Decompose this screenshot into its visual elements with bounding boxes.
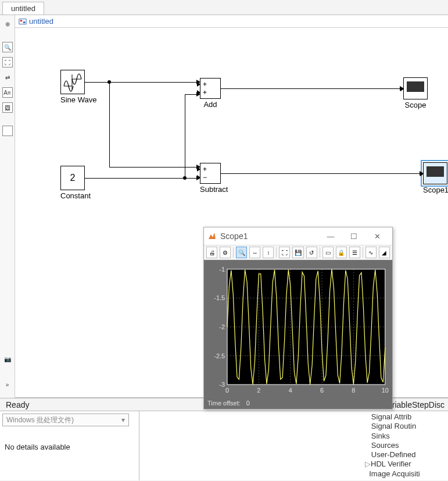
constant-label: Constant [60,191,91,200]
image-icon[interactable]: 🖼 [2,102,13,113]
wire [109,82,196,83]
measure-icon[interactable]: ∿ [365,247,377,258]
sub-port1-label: + [203,165,207,173]
svg-rect-2 [23,22,26,23]
sub-label: Subtract [200,185,228,194]
wire [221,173,420,174]
dropdown-icon[interactable]: ◢ [379,247,390,258]
settings-icon[interactable]: ⚙ [220,247,231,258]
select-signal-icon[interactable]: ☰ [349,247,360,258]
sine-wave-label: Sine Wave [60,95,96,104]
matlab-icon [207,231,217,241]
add-label: Add [200,100,221,109]
svg-text:8: 8 [352,387,355,394]
fit-view-icon[interactable]: ⛶ [2,57,13,67]
svg-text:6: 6 [320,387,324,394]
arrowhead-icon [196,176,200,180]
screenshot-icon[interactable]: 📷 [2,354,13,364]
autoscale-icon[interactable]: ⛶ [279,247,290,258]
wire [109,82,110,167]
restore-icon[interactable]: ↺ [306,247,317,258]
scope-plot[interactable]: -1-1.5-2-2.5-30246810 [204,260,392,397]
scope1-window-title: Scope1 [220,231,319,241]
scope-chart: -1-1.5-2-2.5-30246810 [204,260,392,397]
scope-label: Scope [403,101,428,109]
wire [185,178,196,179]
model-icon [19,17,27,26]
arrowhead-icon [196,92,200,97]
sine-wave-icon [63,72,83,92]
collapse-icon[interactable]: ⊕ [2,19,13,29]
arrowhead-icon [196,165,200,169]
zoom-x-icon[interactable]: ↔ [249,247,260,258]
bottom-mid-panel [139,411,364,480]
sub-port2-label: − [203,173,207,181]
maximize-button[interactable]: ☐ [342,227,365,245]
lib-imgacq[interactable]: Image Acquisiti [365,469,448,479]
file-type-dropdown[interactable]: Windows 批处理文件) ▾ [2,414,129,426]
lib-hdl[interactable]: ▷HDL Verifier [365,459,448,469]
arrows-icon[interactable]: ⇄ [2,72,13,83]
status-ready: Ready [0,400,151,409]
model-tab[interactable]: untitled [2,2,44,15]
svg-text:-2.5: -2.5 [214,352,225,359]
add-port1-label: + [203,80,207,88]
float-icon[interactable]: ▭ [322,247,334,258]
arrowhead-icon [196,80,200,84]
svg-rect-1 [20,20,23,22]
zoom-in-icon[interactable]: 🔍 [2,42,13,52]
model-canvas[interactable]: untitled Sine Wave 2 Constant [15,15,448,398]
svg-text:0: 0 [225,387,229,394]
annotation-icon[interactable]: A≡ [2,87,13,98]
scope-toolbar: 🖨 ⚙ 🔍 ↔ ↕ ⛶ 💾 ↺ ▭ 🔒 ☰ ∿ ◢ [204,245,392,260]
save-config-icon[interactable]: 💾 [292,247,303,258]
add-block[interactable]: + + Add [200,78,221,109]
constant-block[interactable]: 2 Constant [60,166,91,200]
svg-text:10: 10 [382,387,389,394]
editor-row: ⊕ 🔍 ⛶ ⇄ A≡ 🖼 📷 » untitled [0,15,448,398]
minimize-button[interactable]: — [319,227,342,245]
wire [85,178,185,179]
wire [221,88,400,89]
left-toolstrip: ⊕ 🔍 ⛶ ⇄ A≡ 🖼 📷 » [0,15,15,398]
lib-item[interactable]: Signal Routin [365,422,448,431]
zoom-y-icon[interactable]: ↕ [263,247,274,258]
library-tree[interactable]: Signal Attrib Signal Routin Sinks Source… [364,411,448,480]
lib-item[interactable]: Sources [365,441,448,450]
arrowhead-icon [420,171,424,176]
wire [109,167,196,168]
lib-item[interactable]: Sinks [365,432,448,441]
scope1-label: Scope1 [423,186,448,194]
print-icon[interactable]: 🖨 [206,247,217,258]
time-offset-value: 0 [246,400,250,407]
wire [185,94,185,178]
lib-item[interactable]: Signal Attrib [365,412,448,422]
details-label: No details available [5,443,134,451]
scope1-block[interactable]: Scope1 [423,162,448,194]
expand-icon[interactable]: » [2,379,13,390]
canvas-breadcrumb: untitled [15,15,448,28]
breadcrumb-label[interactable]: untitled [29,17,53,26]
sine-wave-block[interactable]: Sine Wave [60,70,96,104]
scope1-window[interactable]: Scope1 — ☐ ✕ 🖨 ⚙ 🔍 ↔ ↕ ⛶ 💾 ↺ ▭ 🔒 ☰ [203,227,393,409]
svg-text:-1.5: -1.5 [214,294,225,301]
close-button[interactable]: ✕ [365,227,389,245]
scope-footer: Time offset: 0 [204,397,392,409]
lib-item[interactable]: User-Defined [365,450,448,459]
scope1-titlebar[interactable]: Scope1 — ☐ ✕ [204,227,392,245]
scope-block[interactable]: Scope [403,77,428,109]
lock-icon[interactable]: 🔒 [336,247,347,258]
subtract-block[interactable]: + − Subtract [200,163,228,194]
svg-text:2: 2 [257,387,260,394]
svg-text:4: 4 [289,387,292,394]
add-port2-label: + [203,88,207,97]
dropdown-label: Windows 批处理文件) [6,415,74,425]
area-icon[interactable] [2,126,13,136]
svg-text:-1: -1 [219,266,225,273]
zoom-icon[interactable]: 🔍 [236,247,247,258]
time-offset-label: Time offset: [207,400,241,407]
constant-value: 2 [70,173,76,183]
arrowhead-icon [400,86,404,91]
wire [85,82,109,83]
svg-text:-2: -2 [219,323,225,330]
